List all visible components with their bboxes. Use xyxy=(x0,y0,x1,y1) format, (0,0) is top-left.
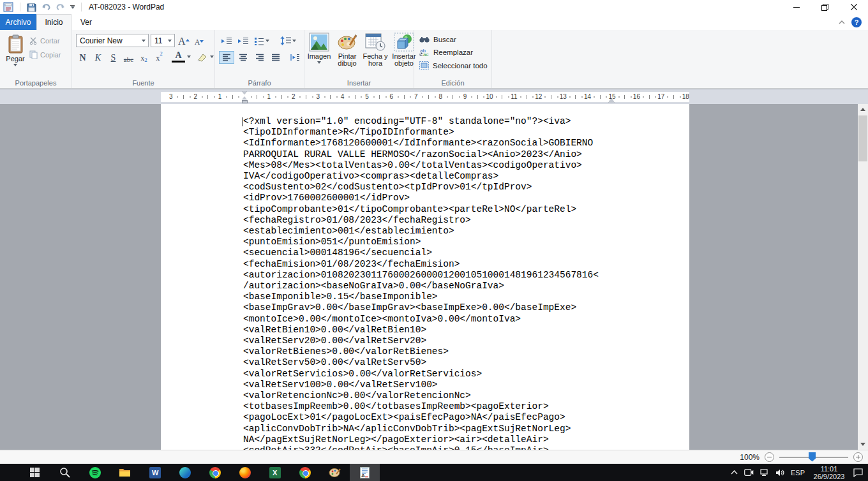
select-all-button[interactable]: Seleccionar todo xyxy=(419,61,490,70)
vertical-scrollbar[interactable] xyxy=(858,104,868,450)
tab-ver[interactable]: Ver xyxy=(71,14,101,30)
paragraph-settings-button[interactable] xyxy=(287,51,303,64)
document-text[interactable]: <?xml version="1.0" encoding="UTF-8" sta… xyxy=(243,116,599,450)
scissors-icon xyxy=(29,37,38,45)
volume-icon[interactable] xyxy=(775,469,784,477)
paste-button[interactable]: Pegar xyxy=(1,32,29,78)
zoom-in-button[interactable] xyxy=(853,452,863,462)
tab-archivo[interactable]: Archivo xyxy=(0,14,36,30)
start-button[interactable] xyxy=(20,464,50,481)
grow-font-button[interactable]: A xyxy=(177,34,191,47)
align-right-button[interactable] xyxy=(252,51,267,64)
wordpad-icon: A xyxy=(360,467,370,478)
ribbon: Pegar Cortar Copiar Portapapeles Courier… xyxy=(0,30,868,89)
find-label: Buscar xyxy=(433,36,456,43)
align-left-button[interactable] xyxy=(219,51,234,64)
zoom-slider-thumb[interactable] xyxy=(809,452,816,462)
svg-text:X: X xyxy=(273,469,278,477)
binoculars-icon xyxy=(419,35,430,43)
tray-chevron-up-icon[interactable] xyxy=(731,470,738,475)
taskbar-paint[interactable] xyxy=(320,464,350,481)
shrink-font-button[interactable]: A xyxy=(193,34,206,47)
close-button[interactable] xyxy=(839,0,868,14)
ruler-mark xyxy=(643,96,644,98)
taskbar-edge[interactable] xyxy=(170,464,200,481)
indent-marker[interactable] xyxy=(242,91,248,105)
taskbar: W X A ESP 11:01 26/9/2023 xyxy=(0,464,868,481)
ruler-mark xyxy=(299,96,301,98)
ruler-mark xyxy=(287,96,288,98)
taskbar-word[interactable]: W xyxy=(140,464,170,481)
restore-button[interactable] xyxy=(811,0,839,14)
font-family-select[interactable]: Courier New xyxy=(76,34,149,47)
group-label-font: Fuente xyxy=(72,79,214,87)
undo-icon[interactable] xyxy=(41,3,51,11)
font-color-dropdown-icon[interactable] xyxy=(187,56,191,58)
cut-button[interactable]: Cortar xyxy=(29,37,61,45)
align-left-icon xyxy=(222,54,231,61)
scroll-up-button[interactable] xyxy=(858,104,868,115)
titlebar: AT-082023 - WordPad xyxy=(0,0,868,14)
subscript-button[interactable]: x2 xyxy=(137,50,151,63)
collapse-ribbon-icon[interactable] xyxy=(839,20,845,24)
date-time-button[interactable]: Fecha y hora xyxy=(362,33,389,78)
italic-button[interactable]: K xyxy=(91,50,105,63)
bold-button[interactable]: N xyxy=(76,50,89,63)
find-button[interactable]: Buscar xyxy=(419,35,490,43)
tab-inicio[interactable]: Inicio xyxy=(36,14,71,30)
list-button[interactable] xyxy=(252,34,271,47)
taskbar-firefox[interactable] xyxy=(230,464,260,481)
decrease-indent-button[interactable] xyxy=(219,34,234,47)
ruler-number: 3 xyxy=(169,93,173,100)
document-line: <baseImpGrav>0.00</baseImpGrav><baseImpE… xyxy=(243,302,599,313)
meet-now-camera-icon[interactable] xyxy=(744,469,754,476)
underline-button[interactable]: S xyxy=(107,50,120,63)
network-icon[interactable] xyxy=(760,469,769,476)
taskbar-excel[interactable]: X xyxy=(260,464,290,481)
language-indicator[interactable]: ESP xyxy=(791,469,805,477)
group-label-clipboard: Portapapeles xyxy=(0,79,71,87)
ruler-mark xyxy=(581,96,583,98)
wordpad-app-icon[interactable] xyxy=(3,2,13,12)
taskbar-spotify[interactable] xyxy=(80,464,110,481)
font-color-button[interactable]: A xyxy=(172,52,185,63)
taskbar-chrome[interactable] xyxy=(200,464,230,481)
document-line: <secuencial>000148196</secuencial> xyxy=(243,248,599,258)
customize-quick-access-icon[interactable] xyxy=(70,5,75,9)
windows-logo-icon xyxy=(30,468,40,477)
copy-button[interactable]: Copiar xyxy=(29,50,61,59)
insert-image-button[interactable]: Imagen xyxy=(306,33,333,78)
highlight-color-button[interactable] xyxy=(197,52,208,62)
scroll-down-button[interactable] xyxy=(858,439,868,450)
minimize-button[interactable] xyxy=(782,0,811,14)
taskbar-chrome-2[interactable] xyxy=(290,464,320,481)
increase-indent-button[interactable] xyxy=(236,34,251,47)
font-family-value: Courier New xyxy=(80,36,123,45)
search-button[interactable] xyxy=(50,464,80,481)
document-page[interactable]: <?xml version="1.0" encoding="UTF-8" sta… xyxy=(161,104,689,450)
redo-icon[interactable] xyxy=(56,3,66,11)
taskbar-wordpad[interactable]: A xyxy=(350,464,380,481)
highlight-dropdown-icon[interactable] xyxy=(210,56,214,58)
strikethrough-button[interactable]: abc xyxy=(122,50,135,63)
help-icon[interactable]: ? xyxy=(851,17,862,27)
search-icon xyxy=(59,467,70,478)
ruler-mark xyxy=(324,96,326,98)
document-line: <pagoLocExt>01</pagoLocExt><paisEfecPago… xyxy=(243,412,599,423)
action-center-icon[interactable] xyxy=(853,468,863,477)
justify-button[interactable] xyxy=(268,51,283,64)
taskbar-file-explorer[interactable] xyxy=(110,464,140,481)
paint-drawing-button[interactable]: Pintar dibujo xyxy=(333,33,361,78)
align-center-button[interactable] xyxy=(236,51,251,64)
font-size-select[interactable]: 11 xyxy=(151,34,175,47)
replace-button[interactable]: abac Reemplazar xyxy=(419,48,490,57)
document-line: <montoIce>0.00</montoIce><montoIva>0.00<… xyxy=(243,314,599,325)
zoom-slider[interactable] xyxy=(779,452,848,463)
scrollbar-thumb[interactable] xyxy=(858,115,867,161)
zoom-out-button[interactable] xyxy=(765,452,774,462)
line-spacing-button[interactable] xyxy=(278,34,298,47)
save-icon[interactable] xyxy=(27,3,36,12)
clock[interactable]: 11:01 26/9/2023 xyxy=(811,464,847,481)
superscript-button[interactable]: x2 xyxy=(153,50,166,63)
font-size-value: 11 xyxy=(154,36,162,45)
